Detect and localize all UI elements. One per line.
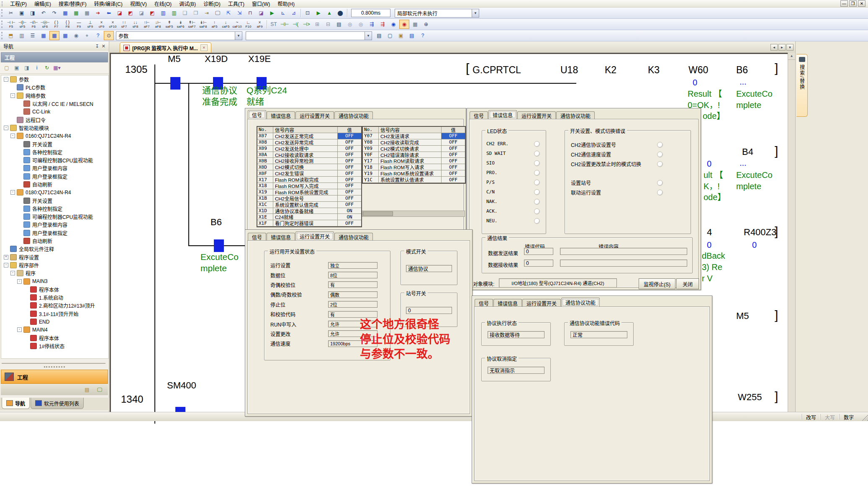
tree-expander[interactable]: - — [10, 190, 15, 195]
tree-item[interactable]: - 0180:QJ71C24N-R4 — [1, 188, 108, 196]
table-row[interactable]: X0D CH2模式切换 OFF — [257, 164, 361, 170]
tree-item[interactable]: 用户登录框指定 — [1, 172, 108, 180]
window-control-button[interactable]: ✕ — [858, 0, 865, 7]
table-row[interactable]: X0A CH2接收读取请求 OFF — [257, 152, 361, 158]
menu-item[interactable]: 帮助(H) — [274, 0, 298, 8]
dialog-tab[interactable]: 错误信息 — [488, 110, 517, 119]
tree-item[interactable]: 远程口令 — [1, 116, 108, 123]
toolbar-icon[interactable]: ⊕ — [421, 20, 431, 29]
tree-expander[interactable]: - — [4, 263, 8, 267]
menu-item[interactable]: 视图(V) — [126, 0, 151, 8]
tree-item[interactable]: 用户登录框内容 — [1, 221, 108, 229]
toolbar-icon[interactable]: ▣ — [17, 8, 27, 18]
ladder-symbol-button[interactable]: ↑ aF5 — [209, 20, 220, 29]
menu-item[interactable]: 窗口(W) — [248, 0, 274, 8]
tree-item[interactable]: - MAIN3 — [1, 277, 108, 285]
toolbar-icon[interactable]: ? — [418, 31, 428, 40]
toolbar-icon[interactable]: ◩ — [126, 8, 136, 18]
toolbar-icon[interactable]: ☰ — [28, 31, 38, 40]
tree-item[interactable]: 可编程控制器CPU监视功能 — [1, 213, 108, 221]
tree-expander[interactable]: + — [4, 255, 8, 260]
dialog-tab[interactable]: 运行设置开关 — [522, 299, 561, 307]
toolbar-icon[interactable]: ◪ — [136, 8, 146, 18]
resize-grip[interactable] — [860, 413, 868, 421]
table-row[interactable]: Y08 CH2接收读取完成 OFF — [363, 139, 465, 146]
toolbar-icon[interactable]: 🖵 — [213, 8, 223, 18]
ladder-symbol-button[interactable]: ↟ saF5 — [164, 20, 175, 29]
toolbar-icon[interactable]: ST — [269, 20, 279, 29]
tree-item[interactable]: - 0160:QJ71C24N-R4 — [1, 132, 108, 140]
panel-utility-icon[interactable]: ▤ — [82, 385, 92, 394]
chevron-down-icon[interactable]: ▼ — [365, 32, 372, 40]
tree-item[interactable]: 1#停线状态 — [1, 342, 108, 350]
toolbar-icon[interactable]: ⊓ — [245, 8, 255, 18]
pin-icon[interactable]: ↧ — [95, 44, 99, 49]
toolbar-icon[interactable]: ⇶ — [367, 20, 377, 29]
dialog-tab[interactable]: 信号 — [475, 299, 493, 307]
tree-expander[interactable]: - — [17, 279, 22, 284]
toolbar-icon[interactable]: ❒ — [191, 8, 201, 18]
toolbar-icon[interactable]: ▢ — [385, 31, 395, 40]
tree-item[interactable]: PLC参数 — [1, 83, 108, 91]
project-tool-icon[interactable]: i — [32, 63, 41, 72]
tree-item[interactable]: 自动刷新 — [1, 237, 108, 245]
table-row[interactable]: X0F CH2发生错误 OFF — [257, 170, 361, 177]
tree-expander[interactable]: - — [10, 271, 15, 275]
toolbar-icon[interactable]: ▦ — [410, 20, 420, 29]
toolbar-icon[interactable]: ↶ — [39, 8, 49, 18]
ladder-symbol-button[interactable]: ↓ caF5 — [220, 20, 231, 29]
toolbar-icon[interactable]: ⇱ — [223, 8, 234, 18]
chevron-down-icon[interactable]: ▼ — [235, 32, 242, 40]
tree-item[interactable]: 1.系统启动 — [1, 293, 108, 301]
close-icon[interactable]: ✕ — [200, 44, 208, 51]
dialog-tab[interactable]: 运行设置开关 — [517, 111, 556, 119]
tree-item[interactable]: 自动刷新 — [1, 180, 108, 188]
toolbar-icon[interactable]: ↷ — [49, 8, 59, 18]
table-row[interactable]: X17 Flash ROM读取完成 OFF — [257, 177, 361, 183]
monitor-toolbar-icon[interactable]: ⊡ — [303, 8, 313, 18]
dialog-tab[interactable]: 错误信息 — [493, 299, 522, 307]
toolbar-icon[interactable]: ◉ — [71, 31, 81, 40]
ladder-symbol-button[interactable]: ↡ saF6 — [175, 20, 186, 29]
ladder-symbol-button[interactable]: ↓↓ sF8 — [130, 20, 141, 29]
menu-item[interactable]: 转换/编译(C) — [90, 0, 126, 8]
toolbar-icon[interactable]: ⌖ — [82, 31, 92, 40]
ladder-symbol-button[interactable]: ⊥ sF9 — [85, 20, 96, 29]
document-tab[interactable]: [PRG]R 监视写入 执行中 M... ✕ — [120, 42, 211, 53]
toolbar-icon[interactable]: ▥ — [158, 8, 168, 18]
table-row[interactable]: X1E C24就绪 ON — [257, 214, 361, 220]
toolbar-icon[interactable]: ⊙ — [104, 31, 114, 40]
tree-item[interactable]: 程序本体 — [1, 285, 108, 293]
vertical-scrollbar[interactable]: ▲ — [788, 53, 795, 412]
exec-status-combobox[interactable]: 局部软元件未执行 ▼ — [395, 9, 479, 18]
toolbar-icon[interactable]: ◩ — [147, 8, 157, 18]
toolbar-icon[interactable]: ▦ — [39, 31, 49, 40]
table-row[interactable]: X1D 通信协议准备就绪 ON — [257, 208, 361, 214]
tree-expander[interactable]: - — [4, 77, 8, 82]
table-row[interactable]: X07 CH2发送正常完成 OFF — [257, 133, 361, 139]
tree-item[interactable]: CC-Link — [1, 108, 108, 116]
window-control-button[interactable]: — — [840, 0, 848, 7]
tree-item[interactable]: + 程序设置 — [1, 253, 108, 261]
tree-item[interactable]: 程序本体 — [1, 334, 108, 342]
toolbar-icon[interactable]: ▥ — [17, 31, 27, 40]
toolbar-icon[interactable]: ◪ — [115, 8, 125, 18]
splitter-handle[interactable] — [44, 366, 65, 369]
toolbar-icon[interactable]: ? — [93, 31, 103, 40]
toolbar-icon[interactable]: ◎ — [356, 20, 366, 29]
dialog-tab[interactable]: 信号 — [470, 111, 488, 119]
dialog-tab[interactable]: 运行设置开关 — [295, 231, 334, 241]
tree-item[interactable]: 用户登录框内容 — [1, 164, 108, 172]
horizontal-scrollbar[interactable] — [362, 211, 465, 217]
window-control-button[interactable]: ❒ — [849, 0, 857, 7]
monitor-toolbar-icon[interactable]: ⬤ — [335, 8, 345, 18]
menu-item[interactable]: 工程(P) — [6, 0, 31, 8]
table-row[interactable]: Y1C 系统设置默认值请求 OFF — [363, 177, 465, 183]
ladder-symbol-button[interactable]: ∟ F10 — [243, 20, 254, 29]
table-row[interactable]: X1F 看门狗定时器错误 OFF — [257, 220, 361, 226]
dialog-tab[interactable]: 错误信息 — [267, 111, 295, 119]
table-row[interactable]: X08 CH2发送异常完成 OFF — [257, 139, 361, 146]
table-row[interactable]: Y18 Flash ROM写入请求 OFF — [363, 164, 465, 170]
tree-item[interactable]: END — [1, 318, 108, 326]
toolbar-icon[interactable]: ▤ — [374, 31, 384, 40]
